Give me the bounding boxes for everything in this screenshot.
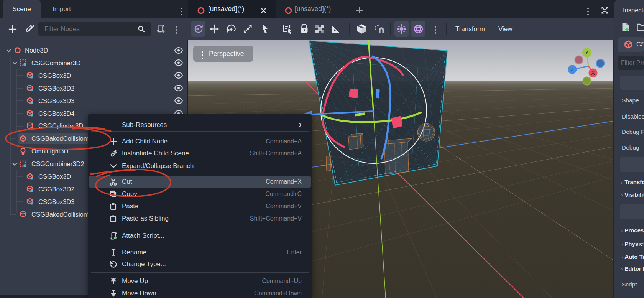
svg-text:Z: Z — [571, 66, 574, 72]
svg-text:Y: Y — [585, 49, 589, 56]
svg-text:X: X — [591, 70, 595, 76]
